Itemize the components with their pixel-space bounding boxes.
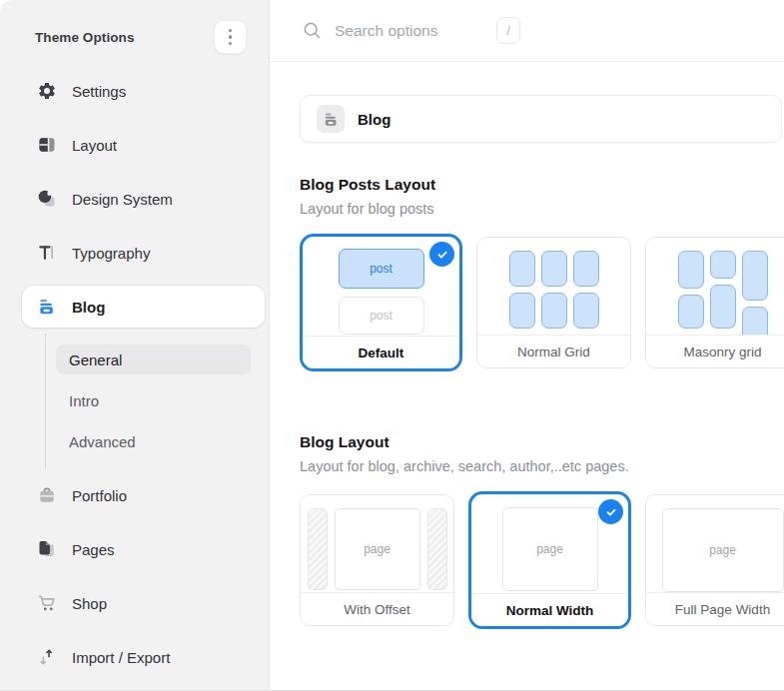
sidebar-item-design-system[interactable]: Design System xyxy=(0,172,269,226)
selected-check-icon xyxy=(598,499,623,524)
page-thumbnail-label: page xyxy=(709,543,736,557)
layout-option-row: post post Default xyxy=(300,234,784,371)
option-preview: page xyxy=(301,495,453,592)
sidebar-header: Theme Options xyxy=(0,0,269,58)
options-content: Blog Blog Posts Layout Layout for blog p… xyxy=(270,62,784,629)
sidebar-item-label: Design System xyxy=(72,191,173,208)
sidebar-item-blog[interactable]: Blog xyxy=(22,286,265,328)
layout-icon xyxy=(37,135,57,155)
sidebar-item-label: Blog xyxy=(72,299,105,316)
sidebar-item-label: Pages xyxy=(72,541,115,558)
option-preview: page xyxy=(471,494,628,593)
section-title: Blog Posts Layout xyxy=(300,176,784,194)
section-description: Layout for blog posts xyxy=(300,201,784,217)
sidebar-item-portfolio[interactable]: Portfolio xyxy=(0,468,269,522)
kebab-vertical-icon xyxy=(229,29,233,46)
option-label: Full Page Width xyxy=(646,592,784,625)
sidebar-nav: Settings Layout Design System xyxy=(0,58,269,684)
sidebar-item-typography[interactable]: Typography xyxy=(0,226,269,280)
post-thumbnail-label: post xyxy=(370,309,392,323)
option-label: Normal Width xyxy=(471,593,628,626)
option-label: With Offset xyxy=(301,592,453,625)
page-thumbnail: page xyxy=(502,507,598,591)
search-shortcut-badge: / xyxy=(496,17,520,44)
layout-option-row: page With Offset page xyxy=(300,491,784,629)
section-description: Layout for blog, archive, search, author… xyxy=(300,458,784,474)
page-thumbnail: page xyxy=(335,508,420,590)
blog-section-header-card[interactable]: Blog xyxy=(300,95,782,143)
post-thumbnail: post xyxy=(339,249,424,289)
cart-icon xyxy=(37,593,57,613)
import-export-icon xyxy=(37,647,57,667)
option-label: Default xyxy=(303,336,459,368)
option-preview: page xyxy=(646,495,784,592)
sidebar-item-label: Shop xyxy=(72,595,107,612)
blog-icon xyxy=(37,297,57,317)
option-preview xyxy=(646,238,784,335)
section-title: Blog Layout xyxy=(300,433,784,451)
blog-icon xyxy=(323,111,340,128)
layout-option-default[interactable]: post post Default xyxy=(300,234,462,371)
submenu-item-label: Advanced xyxy=(69,433,136,450)
post-thumbnail-label: post xyxy=(370,262,392,276)
option-preview xyxy=(477,238,630,335)
layout-option-normal-grid[interactable]: Normal Grid xyxy=(476,237,631,368)
offset-column xyxy=(427,508,447,590)
submenu-item-label: Intro xyxy=(69,392,99,409)
sidebar-item-label: Layout xyxy=(72,137,117,154)
blog-icon-badge xyxy=(317,105,345,133)
sidebar-item-settings[interactable]: Settings xyxy=(0,64,269,118)
page-thumbnail-label: page xyxy=(364,542,391,556)
post-thumbnail: post xyxy=(339,297,424,335)
pages-icon xyxy=(37,539,57,559)
sidebar-item-label: Portfolio xyxy=(72,487,127,504)
search-input[interactable] xyxy=(335,22,484,40)
sidebar-title: Theme Options xyxy=(35,30,135,45)
main-panel: / Blog Blog Posts Layout Layout for blog… xyxy=(270,0,784,690)
option-label: Normal Grid xyxy=(477,335,630,367)
gear-icon xyxy=(37,81,57,101)
offset-column xyxy=(308,508,328,590)
submenu-item-label: General xyxy=(69,351,122,368)
sidebar-item-layout[interactable]: Layout xyxy=(0,118,269,172)
sidebar-item-label: Typography xyxy=(72,245,150,262)
sidebar-menu-button[interactable] xyxy=(214,20,247,54)
sidebar-item-label: Import / Export xyxy=(72,649,170,666)
sidebar-item-pages[interactable]: Pages xyxy=(0,522,269,576)
layout-option-normal-width[interactable]: page Normal Width xyxy=(468,491,631,629)
typography-icon xyxy=(37,243,57,263)
sidebar-item-shop[interactable]: Shop xyxy=(0,576,269,630)
section-blog-posts-layout: Blog Posts Layout Layout for blog posts … xyxy=(300,176,784,371)
blog-submenu: General Intro Advanced xyxy=(45,334,269,468)
search-bar: / xyxy=(270,0,784,62)
option-preview: post post xyxy=(303,237,459,336)
theme-options-panel: Theme Options Settings Layout xyxy=(0,0,784,691)
design-system-icon xyxy=(37,189,57,209)
search-icon xyxy=(302,20,323,41)
sidebar-item-import-export[interactable]: Import / Export xyxy=(0,630,269,684)
page-thumbnail: page xyxy=(662,508,784,592)
submenu-item-intro[interactable]: Intro xyxy=(46,385,251,415)
page-thumbnail-label: page xyxy=(536,542,563,556)
layout-option-full-page-width[interactable]: page Full Page Width xyxy=(645,494,784,626)
layout-option-with-offset[interactable]: page With Offset xyxy=(300,494,454,626)
briefcase-icon xyxy=(37,485,57,505)
layout-option-masonry-grid[interactable]: Masonry grid xyxy=(645,237,784,368)
header-card-label: Blog xyxy=(358,111,391,128)
selected-check-icon xyxy=(429,242,454,267)
sidebar-item-label: Settings xyxy=(72,83,126,100)
submenu-item-advanced[interactable]: Advanced xyxy=(46,426,251,456)
sidebar: Theme Options Settings Layout xyxy=(0,0,270,690)
section-blog-layout: Blog Layout Layout for blog, archive, se… xyxy=(300,433,784,629)
submenu-item-general[interactable]: General xyxy=(56,345,251,374)
option-label: Masonry grid xyxy=(646,335,784,367)
